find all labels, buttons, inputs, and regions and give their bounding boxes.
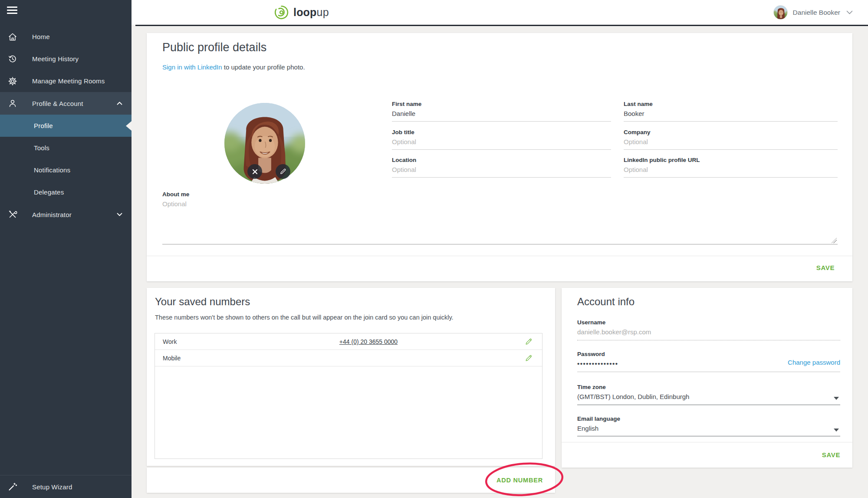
user-menu[interactable]: Danielle Booker	[773, 0, 853, 25]
edit-number-icon[interactable]	[525, 338, 533, 346]
saved-numbers-title: Your saved numbers	[155, 296, 250, 308]
sidebar-item-profile[interactable]: Profile	[0, 115, 132, 137]
sidebar-item-delegates[interactable]: Delegates	[0, 181, 132, 203]
close-icon	[252, 169, 258, 175]
loopup-profile-page: Home Meeting History Manage Meeting Room…	[0, 0, 868, 498]
about-me-textarea[interactable]: About me Optional	[162, 191, 838, 244]
account-save-button[interactable]: SAVE	[822, 451, 840, 458]
topbar: loopup Danielle Booker	[132, 0, 868, 25]
sidebar-item-home[interactable]: Home	[0, 26, 132, 48]
job-title-field[interactable]: Job title Optional	[392, 129, 611, 150]
selected-item-pointer	[126, 121, 132, 131]
last-name-field[interactable]: Last name Booker	[624, 101, 838, 122]
sidebar-item-label: Notifications	[34, 166, 70, 174]
sidebar-item-setup-wizard[interactable]: Setup Wizard	[0, 475, 132, 498]
sidebar-item-label: Tools	[34, 144, 49, 152]
chevron-down-icon	[117, 213, 122, 216]
hamburger-menu-icon[interactable]	[7, 7, 17, 14]
chevron-down-icon	[846, 10, 853, 14]
field-underline	[577, 436, 840, 436]
sidebar-item-label: Administrator	[32, 211, 72, 218]
number-label: Work	[163, 338, 177, 345]
dropdown-caret-icon	[834, 397, 839, 400]
sidebar-item-label: Setup Wizard	[32, 483, 72, 491]
change-password-link[interactable]: Change password	[788, 359, 840, 366]
sidebar-item-tools[interactable]: Tools	[0, 137, 132, 159]
public-profile-card: Public profile details Sign in with Link…	[147, 33, 852, 281]
loopup-spiral-icon	[273, 4, 289, 20]
sidebar-item-label: Home	[32, 33, 50, 40]
logo-text: loopup	[293, 6, 329, 19]
card-divider	[147, 256, 852, 256]
linkedin-hint: Sign in with LinkedIn to update your pro…	[162, 63, 305, 71]
remove-photo-button[interactable]	[247, 164, 262, 179]
sidebar-item-profile-account[interactable]: Profile & Account	[0, 92, 132, 115]
sidebar-item-label: Profile & Account	[32, 100, 83, 107]
tools-icon	[8, 210, 17, 219]
dropdown-caret-icon	[834, 429, 839, 432]
number-label: Mobile	[163, 355, 181, 362]
work-number-link[interactable]: +44 (0) 20 3655 0000	[339, 338, 398, 345]
field-underline	[577, 340, 840, 340]
pencil-icon	[279, 168, 286, 175]
sidebar-item-notifications[interactable]: Notifications	[0, 159, 132, 181]
sidebar-item-label: Profile	[34, 122, 53, 129]
gear-icon	[8, 76, 17, 86]
card-divider	[562, 442, 852, 442]
location-field[interactable]: Location Optional	[392, 157, 611, 178]
edit-photo-button[interactable]	[276, 164, 290, 179]
linkedin-url-field[interactable]: LinkedIn public profile URL Optional	[624, 157, 838, 178]
chevron-up-icon	[117, 102, 122, 105]
profile-save-button[interactable]: SAVE	[816, 264, 835, 271]
sidebar-item-label: Meeting History	[32, 55, 79, 63]
edit-number-icon[interactable]	[525, 354, 533, 362]
first-name-field[interactable]: First name Danielle	[392, 101, 611, 122]
company-field[interactable]: Company Optional	[624, 129, 838, 150]
saved-numbers-table: Work +44 (0) 20 3655 0000 Mobile	[155, 333, 542, 459]
profile-photo	[224, 103, 305, 184]
avatar	[773, 5, 788, 20]
username-field: Username danielle.booker@rsp.com	[577, 319, 840, 336]
person-icon	[8, 99, 17, 108]
user-name: Danielle Booker	[793, 9, 840, 16]
saved-numbers-description: These numbers won't be shown to others o…	[155, 314, 454, 321]
account-info-card: Account info Username danielle.booker@rs…	[562, 288, 852, 468]
number-row-work: Work +44 (0) 20 3655 0000	[155, 333, 542, 350]
home-icon	[8, 32, 17, 42]
sign-in-with-linkedin-link[interactable]: Sign in with LinkedIn	[162, 63, 222, 71]
loopup-logo: loopup	[273, 4, 329, 20]
resize-grip-icon[interactable]	[832, 238, 837, 243]
sidebar-item-label: Manage Meeting Rooms	[32, 77, 105, 85]
saved-numbers-card: Your saved numbers These numbers won't b…	[147, 288, 555, 466]
sidebar-item-meeting-history[interactable]: Meeting History	[0, 48, 132, 70]
sidebar-item-administrator[interactable]: Administrator	[0, 203, 132, 226]
email-language-select[interactable]: Email language English	[577, 416, 840, 432]
password-field: Password •••••••••••••• Change password	[577, 351, 840, 367]
saved-numbers-footer: ADD NUMBER	[147, 468, 555, 493]
wand-icon	[8, 482, 17, 491]
number-row-mobile: Mobile	[155, 350, 542, 366]
add-number-button[interactable]: ADD NUMBER	[496, 468, 543, 493]
page-title: Public profile details	[162, 41, 266, 54]
account-info-title: Account info	[577, 296, 635, 308]
sidebar-item-manage-meeting-rooms[interactable]: Manage Meeting Rooms	[0, 70, 132, 92]
time-zone-select[interactable]: Time zone (GMT/BST) London, Dublin, Edin…	[577, 384, 840, 400]
field-underline	[577, 405, 840, 405]
sidebar: Home Meeting History Manage Meeting Room…	[0, 0, 132, 498]
content-top-rule	[135, 25, 868, 26]
sidebar-item-label: Delegates	[34, 188, 64, 196]
field-underline	[577, 372, 840, 372]
history-icon	[8, 54, 17, 64]
